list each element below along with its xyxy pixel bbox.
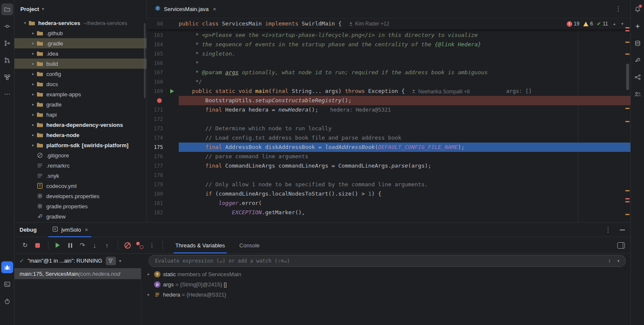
tree-item-remarkrc[interactable]: .remarkrc [14,160,146,171]
pause-icon[interactable] [65,240,76,251]
tree-item-gradle[interactable]: ▸gradle [14,99,146,109]
chevron-right-icon[interactable]: ▸ [30,102,37,106]
evaluate-expression-input[interactable]: Evaluate expression (↵) or add a watch (… [149,255,626,267]
code-text[interactable]: BootstrapUtils.setupConstructableRegistr… [179,96,631,105]
tree-item-example-apps[interactable]: ▸example-apps [14,89,146,99]
code-text[interactable]: final AddressBook diskAddressBook = load… [179,143,631,152]
code-text[interactable]: final CommandLineArgs commandLineArgs = … [179,161,631,171]
inspections-widget[interactable]: 19 6 11 [567,18,624,29]
code-text[interactable]: public static void main(final String... … [179,87,631,96]
tree-item-gradlew[interactable]: gradlew [14,211,146,221]
step-out-icon[interactable] [101,240,112,251]
step-into-icon[interactable] [89,240,100,251]
code-text[interactable]: // Determine which node to run locally [179,124,631,133]
variable-row[interactable]: ▸hedera = {Hedera@5321} [141,289,631,300]
run-icon[interactable] [170,89,174,93]
code-text[interactable]: * singleton. [179,49,631,59]
structure-icon[interactable] [1,71,13,83]
tree-item-gradle[interactable]: ▸.gradle [14,38,146,48]
error-stripe-mark[interactable] [625,27,630,28]
chevron-right-icon[interactable]: ▸ [30,51,37,56]
code-text[interactable] [179,171,631,180]
line-number[interactable] [147,96,165,105]
notifications-icon[interactable] [632,3,644,15]
line-number[interactable]: 180 [147,189,165,199]
tree-item-codecov-yml[interactable]: Ycodecov.yml [14,181,146,191]
ai-assistant-icon[interactable] [632,20,644,32]
code-text[interactable]: * @param args optionally, what node id t… [179,68,631,77]
error-stripe-mark[interactable] [625,30,630,31]
code-text[interactable]: // Only allow 1 node to be specified by … [179,180,631,189]
prev-issue-icon[interactable] [613,22,616,26]
line-number[interactable]: 174 [147,133,165,143]
error-stripe-mark[interactable] [625,214,630,215]
chevron-right-icon[interactable]: ▸ [146,292,152,297]
debug-session-tab[interactable]: jvmSolo × [48,223,91,237]
error-stripe-mark[interactable] [625,201,630,202]
filter-frames-icon[interactable] [106,257,116,265]
close-icon[interactable]: × [85,227,88,233]
layout-settings-icon[interactable] [617,242,625,249]
close-icon[interactable]: × [213,6,217,12]
tree-item-docs[interactable]: ▸docs [14,79,146,89]
resume-icon[interactable] [52,240,63,251]
mute-breakpoints-icon[interactable] [122,240,133,251]
line-number[interactable]: 177 [147,161,165,171]
line-number[interactable]: 168 [147,77,165,87]
tree-item-gitignore[interactable]: .gitignore [14,150,146,160]
tree-item-hedera-node[interactable]: ▸hedera-node [14,130,146,140]
chevron-right-icon[interactable]: ▸ [30,143,37,147]
tree-item-hedera-services[interactable]: ▾hedera-services~/hedera-services [14,18,146,28]
editor-scrollbar-thumb[interactable] [626,64,629,90]
line-number[interactable]: 172 [147,115,165,124]
editor-options-icon[interactable]: ⋮ [615,5,622,13]
tree-item-gradle-properties[interactable]: gradle.properties [14,201,146,211]
error-stripe-mark[interactable] [625,121,630,122]
dependencies-icon[interactable] [632,71,644,83]
view-breakpoints-icon[interactable] [134,240,145,251]
code-text[interactable]: if (commandLineArgs.localNodesToStart().… [179,189,631,199]
tree-item-platform-sdk[interactable]: ▸platform-sdk[swirlds-platform] [14,140,146,150]
code-text[interactable]: // parse command line arguments [179,152,631,161]
code-text[interactable]: * <p>Please see the <i>startup-phase-lif… [179,31,631,40]
error-stripe-mark[interactable] [625,53,630,55]
line-number[interactable]: 182 [147,208,165,217]
code-text[interactable]: logger.error( [179,199,631,208]
chevron-down-icon[interactable]: ▾ [617,259,619,263]
breakpoint-icon[interactable] [157,98,162,103]
stop-icon[interactable] [32,240,43,251]
terminal-icon[interactable] [1,278,13,290]
debug-icon[interactable] [1,261,13,273]
line-number[interactable]: 167 [147,68,165,77]
chevron-down-icon[interactable]: ▾ [22,21,28,25]
tree-item-hapi[interactable]: ▸hapi [14,109,146,120]
rerun-icon[interactable] [20,240,31,251]
variable-row[interactable]: args = {String[0]@2415} [] [141,279,631,289]
commit-icon[interactable] [1,20,13,32]
chevron-right-icon[interactable]: ▸ [30,112,37,117]
chevron-right-icon[interactable]: ▸ [30,62,37,66]
chevron-right-icon[interactable]: ▸ [30,123,37,127]
gradle-icon[interactable] [632,54,644,66]
line-number[interactable]: 171 [147,105,165,115]
more-icon[interactable] [146,240,157,251]
code-text[interactable]: * [179,59,631,68]
line-number[interactable]: 163 [147,31,165,40]
line-number[interactable]: 173 [147,124,165,133]
chevron-right-icon[interactable]: ▸ [30,72,37,76]
line-number[interactable]: 88 [147,19,165,28]
chevron-right-icon[interactable]: ▸ [146,272,152,276]
line-number[interactable]: 166 [147,59,165,68]
error-stripe-mark[interactable] [625,108,630,109]
code-text[interactable]: // Load config.txt address book file and… [179,133,631,143]
project-panel-title[interactable]: Project [20,6,39,12]
next-issue-icon[interactable] [621,22,624,26]
tree-item-config[interactable]: ▸config [14,69,146,79]
chevron-right-icon[interactable]: ▸ [30,41,37,45]
code-text[interactable]: */ [179,77,631,87]
more-options-icon[interactable]: ⋮ [605,226,611,234]
branches-icon[interactable] [1,37,13,49]
step-over-icon[interactable] [77,240,88,251]
database-icon[interactable] [632,37,644,49]
editor-tab[interactable]: C ServicesMain.java × [150,0,220,18]
